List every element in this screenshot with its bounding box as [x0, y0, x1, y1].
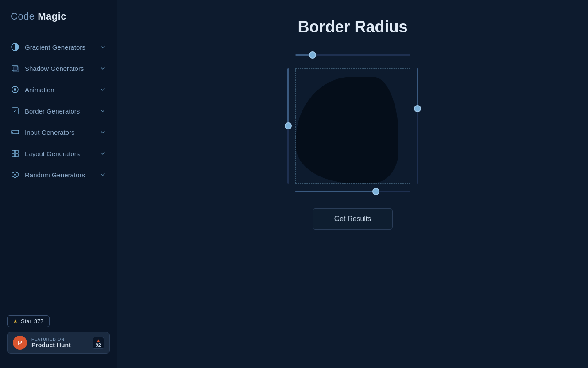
sidebar-item-gradient-generators[interactable]: Gradient Generators	[0, 36, 117, 58]
animation-icon	[11, 85, 19, 94]
product-hunt-logo: P	[13, 336, 27, 350]
chevron-down-icon	[99, 171, 106, 178]
sidebar-item-label: Border Generators	[25, 107, 94, 115]
svg-rect-9	[12, 150, 15, 153]
chevron-down-icon	[99, 65, 106, 72]
svg-rect-10	[15, 150, 18, 153]
product-hunt-text: FEATURED ON Product Hunt	[31, 337, 71, 348]
ph-vote-count: 92	[96, 343, 101, 348]
layout-grid-icon	[11, 149, 19, 158]
sidebar-item-layout-generators[interactable]: Layout Generators	[0, 143, 117, 164]
sidebar-item-label: Animation	[25, 86, 94, 94]
shape-row	[285, 68, 421, 184]
sidebar-item-label: Input Generators	[25, 129, 94, 136]
left-slider-handle[interactable]	[285, 122, 292, 129]
sidebar-item-label: Shadow Generators	[25, 65, 94, 72]
right-slider-track	[417, 68, 418, 184]
product-hunt-badge[interactable]: P FEATURED ON Product Hunt ▲ 92	[7, 332, 110, 354]
ph-featured-label: FEATURED ON	[31, 337, 71, 341]
sidebar: Code Magic Gradient Generators Shadow Ge…	[0, 0, 117, 368]
sidebar-item-animation[interactable]: Animation	[0, 79, 117, 100]
chevron-down-icon	[99, 129, 106, 136]
svg-line-6	[14, 110, 16, 112]
random-cube-icon	[11, 170, 19, 179]
border-radius-editor: Get Results	[135, 54, 570, 230]
bottom-slider-handle[interactable]	[372, 188, 379, 195]
ph-votes: ▲ 92	[93, 337, 104, 349]
blob-shape	[296, 77, 398, 183]
shadow-square-icon	[11, 64, 19, 73]
sidebar-item-shadow-generators[interactable]: Shadow Generators	[0, 58, 117, 79]
upvote-arrow-icon: ▲	[96, 338, 101, 343]
main-content: Border Radius	[117, 0, 588, 368]
chevron-down-icon	[99, 107, 106, 114]
sidebar-item-input-generators[interactable]: Input Generators	[0, 121, 117, 143]
svg-rect-2	[13, 67, 19, 72]
sidebar-item-random-generators[interactable]: Random Generators	[0, 164, 117, 185]
sidebar-item-label: Gradient Generators	[25, 43, 94, 51]
star-count: 377	[34, 318, 44, 325]
chevron-down-icon	[99, 86, 106, 93]
bottom-slider-fill	[295, 191, 376, 192]
sidebar-item-label: Random Generators	[25, 171, 94, 179]
logo-magic: Magic	[38, 11, 66, 22]
svg-point-13	[14, 174, 16, 176]
right-slider-fill	[417, 68, 418, 109]
svg-point-4	[14, 88, 16, 91]
bottom-slider-container	[295, 191, 410, 198]
border-pen-icon	[11, 106, 19, 115]
input-box-icon	[11, 128, 19, 137]
sidebar-bottom: ★ Star 377 P FEATURED ON Product Hunt ▲ …	[0, 308, 117, 361]
chevron-down-icon	[99, 150, 106, 157]
right-slider-handle[interactable]	[414, 105, 421, 112]
bottom-slider-track	[295, 191, 410, 192]
svg-rect-12	[15, 154, 18, 157]
logo: Code Magic	[0, 11, 117, 36]
top-slider-handle[interactable]	[309, 51, 316, 59]
left-slider-container	[285, 68, 292, 184]
get-results-button[interactable]: Get Results	[313, 208, 393, 230]
ph-name: Product Hunt	[31, 341, 71, 348]
shape-preview-box	[295, 68, 410, 184]
top-slider-container	[295, 54, 410, 61]
right-slider-container	[414, 68, 421, 184]
logo-code: Code	[11, 11, 35, 22]
sidebar-item-label: Layout Generators	[25, 150, 94, 157]
chevron-down-icon	[99, 43, 106, 51]
page-title: Border Radius	[298, 18, 407, 36]
star-button[interactable]: ★ Star 377	[7, 315, 50, 327]
star-label: Star	[21, 318, 31, 325]
svg-rect-11	[12, 154, 15, 157]
star-icon: ★	[13, 318, 18, 325]
top-slider-track	[295, 54, 410, 56]
left-slider-track	[287, 68, 289, 184]
circle-half-icon	[11, 43, 19, 51]
sidebar-item-border-generators[interactable]: Border Generators	[0, 100, 117, 121]
left-slider-fill	[287, 68, 289, 126]
